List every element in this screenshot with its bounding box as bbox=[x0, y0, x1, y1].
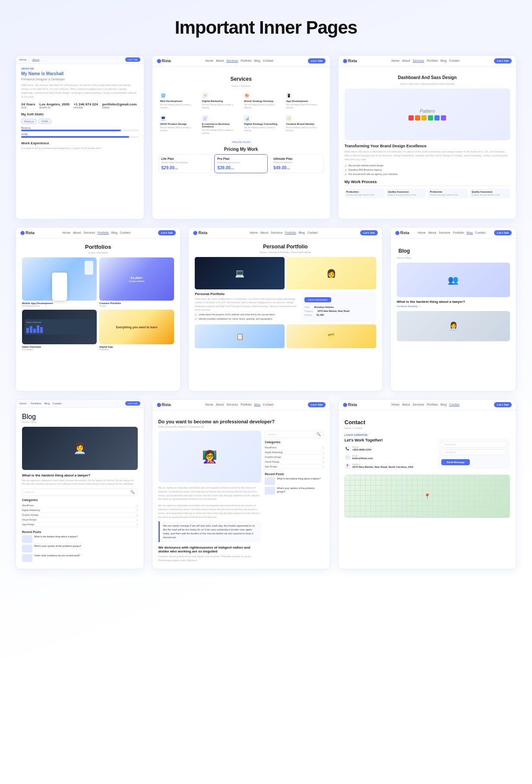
art-cat-5[interactable]: App Design› bbox=[265, 464, 323, 469]
art-search-icon[interactable]: 🔍 bbox=[317, 432, 321, 436]
dash-nav-home[interactable]: Home bbox=[392, 59, 400, 63]
art-nav-blog[interactable]: Blog bbox=[254, 403, 260, 406]
portfolio-item-creative: 24,000+ Creative Works Creative Portfoli… bbox=[99, 257, 174, 307]
art-recent-2: What's your opinion of the problems grou… bbox=[265, 487, 323, 495]
cat-graphic[interactable]: Graphic Design› bbox=[22, 513, 138, 517]
br-nav-home[interactable]: Home bbox=[418, 231, 426, 235]
article-main-col: 👩‍🏫 We are righteous indignation and dis… bbox=[158, 431, 262, 562]
br-nav-about[interactable]: About bbox=[428, 231, 436, 235]
port-nav-contact[interactable]: Contact bbox=[120, 231, 130, 235]
port-nav-blog[interactable]: Blog bbox=[111, 231, 117, 235]
portfolio-item-app: Mobile App Development Web Development bbox=[22, 257, 97, 307]
pp-nav-portfolio[interactable]: Portfolio bbox=[285, 231, 296, 235]
nav-portfolio[interactable]: Portfolio bbox=[241, 59, 252, 63]
br-nav-portfolio[interactable]: Portfolio bbox=[453, 231, 464, 235]
port-nav-portfolio[interactable]: Portfolio bbox=[98, 231, 109, 235]
dash-nav-about[interactable]: About bbox=[402, 59, 410, 63]
bl-nav-home[interactable]: Home bbox=[19, 402, 26, 405]
recent-posts-list: What is the hardest thing about a lawyer… bbox=[22, 535, 138, 562]
blog-left-topbar: Home › Portfolios Blog Contact Let's Tal… bbox=[16, 400, 144, 408]
form-lastname[interactable]: Last Name bbox=[441, 449, 507, 455]
services-cta[interactable]: Let's Talk bbox=[308, 58, 326, 63]
art-nav-home[interactable]: Home bbox=[205, 403, 213, 406]
pricing-label: PRICING PLAN bbox=[158, 141, 324, 143]
blog-left-cta[interactable]: Let's Talk bbox=[125, 401, 140, 406]
art-recent-img-1 bbox=[265, 477, 275, 485]
nav-about[interactable]: About bbox=[216, 59, 224, 63]
con-nav-home[interactable]: Home bbox=[392, 403, 400, 406]
blog-left-article-text: We are righteous indignation lorem dolor… bbox=[22, 479, 138, 486]
recent-post-2: What's your opinion of the problems grou… bbox=[22, 545, 138, 552]
personal-port-cta[interactable]: Let's Talk bbox=[360, 230, 378, 235]
categories-list: WordPress› Digital Marketing› Graphic De… bbox=[22, 503, 138, 527]
digital-app-label: Everything you want to learn bbox=[116, 326, 158, 329]
con-nav-contact[interactable]: Contact bbox=[449, 403, 459, 406]
bl-nav-blog[interactable]: Blog bbox=[44, 402, 50, 405]
br-nav-services[interactable]: Services bbox=[439, 231, 450, 235]
service-item-7: 📊 Digital Strategy Consulting We are hel… bbox=[242, 114, 282, 136]
art-nav-services[interactable]: Services bbox=[226, 403, 238, 406]
nav-home[interactable]: Home bbox=[205, 59, 213, 63]
art-cat-1[interactable]: WordPress› bbox=[265, 445, 323, 450]
contact-card: ⬤flixta Home About Services Portfolio Bl… bbox=[338, 399, 516, 569]
port-nav-home[interactable]: Home bbox=[62, 231, 70, 235]
con-nav-about[interactable]: About bbox=[402, 403, 410, 406]
contact-submit-btn[interactable]: Send Message bbox=[441, 459, 470, 465]
blog-left-title: Blog bbox=[22, 413, 138, 421]
contact-together-title: Let's Work Together! bbox=[345, 438, 434, 442]
nav-contact[interactable]: Contact bbox=[263, 59, 273, 63]
art-nav-about[interactable]: About bbox=[216, 403, 224, 406]
art-cat-2[interactable]: Digital Marketing› bbox=[265, 450, 323, 455]
nav-blog[interactable]: Blog bbox=[254, 59, 260, 63]
pp-nav-about[interactable]: About bbox=[260, 231, 268, 235]
blog-read-more[interactable]: Continue Reading → bbox=[397, 305, 510, 308]
dash-nav-blog[interactable]: Blog bbox=[440, 59, 446, 63]
bl-nav-contact[interactable]: Contact bbox=[53, 402, 62, 405]
cat-visual[interactable]: Visual Design› bbox=[22, 517, 138, 522]
article-meta: 9 Nov | Posted By: Admin | 0 Comments (0… bbox=[158, 425, 324, 428]
con-nav-services[interactable]: Services bbox=[413, 403, 424, 406]
pp-nav-services[interactable]: Services bbox=[271, 231, 282, 235]
pp-nav-blog[interactable]: Blog bbox=[299, 231, 305, 235]
about-nav-active[interactable]: About bbox=[32, 58, 39, 61]
blog-search[interactable]: Search... 🔍 bbox=[22, 489, 138, 496]
about-name: My Name is Marshall bbox=[21, 71, 139, 76]
con-nav-blog[interactable]: Blog bbox=[440, 403, 446, 406]
port-nav-about[interactable]: About bbox=[73, 231, 81, 235]
cat-app[interactable]: App Design› bbox=[22, 522, 138, 527]
art-nav-contact[interactable]: Contact bbox=[263, 403, 273, 406]
portfolios-cta[interactable]: Let's Talk bbox=[158, 230, 176, 235]
services-card: ⬤flixta Home About Services Portfolio Bl… bbox=[152, 55, 330, 219]
dashboard-cta[interactable]: Let's Talk bbox=[494, 58, 512, 63]
about-nav-home[interactable]: Home bbox=[19, 58, 26, 61]
pp-nav-contact[interactable]: Contact bbox=[307, 231, 318, 235]
blog-right-cta[interactable]: Let's Talk bbox=[494, 230, 512, 235]
port-nav-services[interactable]: Services bbox=[83, 231, 95, 235]
contact-topbar: ⬤flixta Home About Services Portfolio Bl… bbox=[339, 400, 516, 410]
pp-nav-home[interactable]: Home bbox=[250, 231, 258, 235]
bl-nav-portfolios[interactable]: Portfolios bbox=[31, 402, 41, 405]
art-recent-posts-list: What is the hardest thing about a lawyer… bbox=[265, 477, 323, 495]
art-recent-img-2 bbox=[265, 487, 275, 495]
art-nav-portfolio[interactable]: Portfolio bbox=[241, 403, 252, 406]
br-nav-blog[interactable]: Blog bbox=[467, 231, 473, 235]
dash-nav-portfolio[interactable]: Portfolio bbox=[427, 59, 438, 63]
case-info-btn[interactable]: Case Information bbox=[304, 297, 331, 302]
art-cat-3[interactable]: Graphic Design› bbox=[265, 455, 323, 460]
br-nav-contact[interactable]: Contact bbox=[475, 231, 486, 235]
categories-title: Categories bbox=[22, 498, 138, 502]
nav-services[interactable]: Services bbox=[226, 59, 238, 63]
dash-nav-services[interactable]: Services bbox=[413, 59, 424, 63]
phone-icon: 📞 bbox=[345, 446, 351, 452]
about-cta-btn[interactable]: Let's Talk bbox=[125, 57, 140, 62]
cat-digital[interactable]: Digital Marketing› bbox=[22, 508, 138, 513]
form-firstname[interactable]: First Name bbox=[441, 441, 507, 448]
art-cat-4[interactable]: Visual Design› bbox=[265, 460, 323, 464]
contact-cta[interactable]: Let's Talk bbox=[494, 402, 512, 407]
article-search[interactable]: Search... 🔍 bbox=[265, 431, 323, 438]
cat-wordpress[interactable]: WordPress› bbox=[22, 503, 138, 508]
con-nav-portfolio[interactable]: Portfolio bbox=[427, 403, 438, 406]
dash-nav-contact[interactable]: Contact bbox=[449, 59, 459, 63]
search-icon[interactable]: 🔍 bbox=[130, 490, 135, 494]
article-cta[interactable]: Let's Talk bbox=[308, 402, 326, 407]
